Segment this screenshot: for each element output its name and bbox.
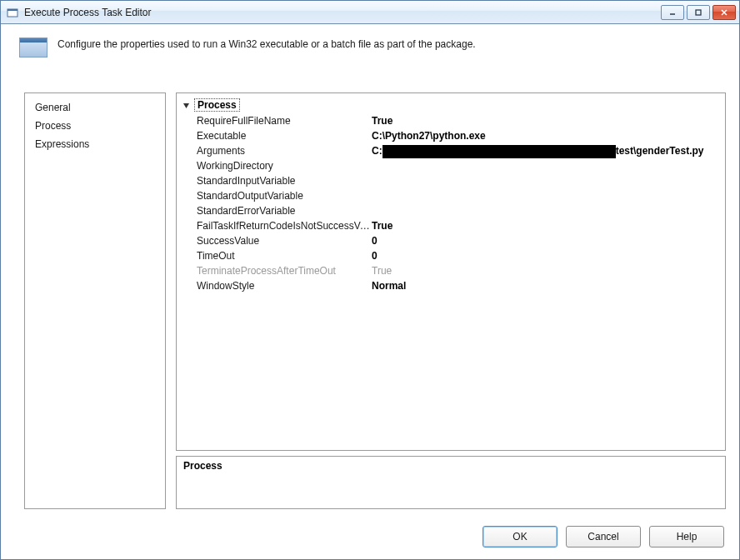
sidebar-item-process[interactable]: Process	[33, 117, 157, 135]
property-row[interactable]: RequireFullFileNameTrue	[182, 113, 720, 128]
property-value[interactable]: 0	[372, 233, 720, 248]
property-row[interactable]: TimeOut0	[182, 248, 720, 263]
property-value[interactable]: True	[372, 218, 720, 233]
property-row[interactable]: StandardInputVariable	[182, 173, 720, 188]
ok-button[interactable]: OK	[482, 526, 558, 548]
property-value[interactable]: C:test\genderTest.py	[372, 143, 720, 158]
dialog-buttons: OK Cancel Help	[482, 526, 724, 548]
property-row[interactable]: WindowStyleNormal	[182, 278, 720, 293]
property-name: WorkingDirectory	[197, 158, 372, 173]
property-name: Arguments	[197, 143, 372, 158]
cancel-button[interactable]: Cancel	[566, 526, 641, 548]
maximize-button[interactable]	[687, 5, 710, 20]
sidebar: General Process Expressions	[24, 92, 166, 509]
close-button[interactable]	[712, 5, 736, 20]
property-name: StandardErrorVariable	[197, 203, 372, 218]
property-grid[interactable]: ProcessRequireFullFileNameTrueExecutable…	[176, 92, 726, 451]
category-row[interactable]: Process	[182, 97, 720, 113]
property-row[interactable]: SuccessValue0	[182, 233, 720, 248]
property-name: StandardInputVariable	[197, 173, 372, 188]
app-icon	[6, 6, 19, 19]
property-name: WindowStyle	[197, 278, 372, 293]
property-name: FailTaskIfReturnCodeIsNotSuccessValue	[197, 218, 372, 233]
description-text: Configure the properties used to run a W…	[58, 36, 476, 52]
description-row: Configure the properties used to run a W…	[1, 24, 739, 64]
help-title: Process	[183, 460, 718, 472]
property-row[interactable]: WorkingDirectory	[182, 158, 720, 173]
content: General Process Expressions ProcessRequi…	[24, 92, 726, 509]
property-row[interactable]: StandardErrorVariable	[182, 203, 720, 218]
property-value[interactable]	[372, 188, 720, 203]
svg-rect-3	[696, 10, 701, 15]
help-pane: Process	[176, 456, 726, 509]
property-name: StandardOutputVariable	[197, 188, 372, 203]
property-name: Executable	[197, 128, 372, 143]
collapse-icon[interactable]	[182, 101, 191, 110]
property-row[interactable]: ArgumentsC:test\genderTest.py	[182, 143, 720, 158]
main-panel: ProcessRequireFullFileNameTrueExecutable…	[176, 92, 726, 509]
category-label[interactable]: Process	[194, 98, 240, 112]
property-row[interactable]: FailTaskIfReturnCodeIsNotSuccessValueTru…	[182, 218, 720, 233]
property-row[interactable]: TerminateProcessAfterTimeOutTrue	[182, 263, 720, 278]
svg-rect-1	[8, 9, 18, 11]
property-value[interactable]: 0	[372, 248, 720, 263]
property-name: TerminateProcessAfterTimeOut	[197, 263, 372, 278]
property-name: RequireFullFileName	[197, 113, 372, 128]
property-value[interactable]	[372, 173, 720, 188]
property-value[interactable]: C:\Python27\python.exe	[372, 128, 720, 143]
task-icon	[19, 38, 48, 58]
property-value[interactable]: True	[372, 113, 720, 128]
property-row[interactable]: StandardOutputVariable	[182, 188, 720, 203]
property-row[interactable]: ExecutableC:\Python27\python.exe	[182, 128, 720, 143]
property-value[interactable]: True	[372, 263, 720, 278]
property-name: SuccessValue	[197, 233, 372, 248]
property-name: TimeOut	[197, 248, 372, 263]
sidebar-item-general[interactable]: General	[33, 98, 157, 117]
titlebar: Execute Process Task Editor	[1, 1, 739, 24]
property-value[interactable]: Normal	[372, 278, 720, 293]
window-controls	[661, 5, 736, 20]
redacted-segment	[382, 145, 616, 158]
minimize-button[interactable]	[661, 5, 684, 20]
property-value[interactable]	[372, 203, 720, 218]
property-value[interactable]	[372, 158, 720, 173]
sidebar-item-expressions[interactable]: Expressions	[33, 135, 157, 153]
help-button[interactable]: Help	[649, 526, 724, 548]
window-title: Execute Process Task Editor	[24, 7, 661, 18]
